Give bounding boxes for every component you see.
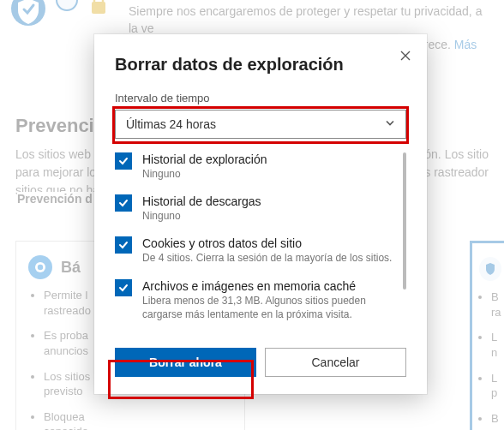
time-range-select[interactable]: Últimas 24 horas [115, 110, 406, 139]
chevron-down-icon [384, 117, 396, 132]
cancel-button[interactable]: Cancelar [265, 348, 406, 377]
item-subtitle: De 4 sitios. Cierra la sesión de la mayo… [142, 251, 393, 265]
item-title: Cookies y otros datos del sitio [142, 236, 393, 250]
checkbox-cached-files[interactable] [115, 279, 132, 296]
data-type-item: Historial de descargas Ninguno [115, 194, 406, 223]
checkbox-download-history[interactable] [115, 194, 132, 212]
clear-browsing-data-dialog: Borrar datos de exploración Intervalo de… [94, 34, 427, 394]
clear-now-button[interactable]: Borrar ahora [115, 348, 256, 377]
time-range-label: Intervalo de tiempo [115, 92, 406, 105]
item-subtitle: Libera menos de 31,3 MB. Algunos sitios … [142, 294, 393, 321]
checkbox-cookies[interactable] [115, 236, 132, 254]
item-title: Historial de exploración [142, 152, 393, 166]
data-type-item: Historial de exploración Ninguno [115, 152, 406, 181]
item-title: Historial de descargas [142, 194, 393, 208]
item-subtitle: Ninguno [142, 209, 393, 223]
item-subtitle: Ninguno [142, 167, 393, 181]
data-type-item: Cookies y otros datos del sitio De 4 sit… [115, 236, 406, 265]
checkbox-browsing-history[interactable] [115, 152, 132, 170]
data-type-item: Archivos e imágenes en memoria caché Lib… [115, 279, 406, 321]
time-range-value: Últimas 24 horas [126, 117, 216, 131]
scrollbar-thumb[interactable] [403, 152, 406, 290]
close-button[interactable] [396, 46, 415, 65]
data-types-list: Historial de exploración Ninguno Histori… [115, 152, 406, 344]
dialog-title: Borrar datos de exploración [115, 55, 406, 75]
item-title: Archivos e imágenes en memoria caché [142, 279, 393, 293]
